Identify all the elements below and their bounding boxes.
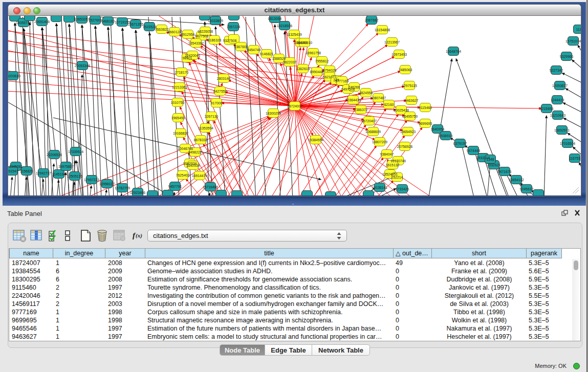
svg-text:16210643: 16210643 [550,114,565,117]
svg-text:7663822: 7663822 [155,28,169,31]
svg-text:20053346: 20053346 [75,64,90,68]
svg-text:10973493: 10973493 [391,53,407,56]
svg-text:6466160: 6466160 [101,19,115,23]
svg-text:1348: 1348 [486,158,494,161]
svg-text:16640910: 16640910 [297,41,312,45]
svg-text:9384047: 9384047 [380,152,394,156]
svg-text:10025438: 10025438 [394,108,409,112]
svg-text:12213369: 12213369 [172,85,187,89]
svg-text:12942737: 12942737 [36,171,51,175]
svg-text:20691406: 20691406 [34,20,50,24]
svg-text:12505135: 12505135 [67,174,82,178]
svg-text:1588520: 1588520 [272,57,286,60]
svg-text:22420046: 22420046 [185,54,200,57]
svg-text:26203610: 26203610 [8,74,20,78]
svg-text:8660124: 8660124 [168,30,182,34]
svg-text:18226058: 18226058 [198,30,213,33]
svg-text:3267130: 3267130 [205,115,219,118]
svg-text:19654923: 19654923 [400,130,416,134]
svg-text:17016504: 17016504 [560,142,575,145]
svg-text:8678332: 8678332 [194,138,208,142]
svg-text:3822037: 3822037 [283,60,297,64]
svg-text:7357224: 7357224 [227,25,241,29]
svg-text:10046766: 10046766 [178,147,193,150]
svg-text:9327508: 9327508 [223,39,237,42]
svg-text:9463627: 9463627 [405,99,419,102]
svg-text:11353594: 11353594 [198,126,213,130]
svg-text:6794028: 6794028 [323,69,337,72]
svg-text:9474444: 9474444 [467,149,481,152]
svg-text:252214: 252214 [391,176,403,179]
svg-text:10807487: 10807487 [371,96,386,100]
svg-text:10653267: 10653267 [74,17,90,21]
svg-text:15716485: 15716485 [203,185,218,189]
svg-text:14055714: 14055714 [16,21,31,25]
svg-text:9245612: 9245612 [520,187,534,191]
svg-text:16961758: 16961758 [306,51,321,55]
svg-text:20206536: 20206536 [47,153,62,157]
svg-text:1362615: 1362615 [296,67,310,71]
svg-text:15751074: 15751074 [565,39,581,43]
svg-text:8990448: 8990448 [310,70,324,74]
svg-text:9699695: 9699695 [419,122,432,125]
svg-text:12923466: 12923466 [130,191,145,194]
svg-text:2803144: 2803144 [217,77,231,80]
svg-text:7032621: 7032621 [487,163,501,167]
svg-text:62160: 62160 [384,103,394,106]
svg-text:16648784: 16648784 [446,50,461,53]
svg-text:18807209: 18807209 [372,140,387,144]
svg-text:3824554: 3824554 [359,91,373,95]
svg-text:10688609: 10688609 [365,130,381,134]
svg-text:9146821: 9146821 [260,52,274,56]
svg-text:18300295: 18300295 [266,112,281,115]
svg-text:8471676: 8471676 [498,170,512,173]
svg-text:17957223: 17957223 [84,178,99,182]
svg-text:746266: 746266 [349,85,360,89]
svg-text:16914479: 16914479 [192,174,207,178]
svg-text:16495759: 16495759 [402,115,418,118]
svg-text:9498222: 9498222 [188,150,202,154]
svg-text:16033809: 16033809 [208,19,223,23]
svg-text:917006: 917006 [211,101,223,105]
svg-text:111: 111 [576,28,581,31]
svg-text:6379197: 6379197 [453,142,467,145]
svg-text:15692971: 15692971 [554,128,570,132]
svg-text:19384554: 19384554 [308,138,323,142]
svg-text:116753: 116753 [569,157,580,160]
svg-text:1615132: 1615132 [386,163,400,167]
svg-text:1345061: 1345061 [9,165,23,168]
svg-text:12213967: 12213967 [384,40,400,44]
svg-text:16120746: 16120746 [390,159,406,163]
svg-text:12975115: 12975115 [402,84,417,87]
svg-text:16782759: 16782759 [115,186,130,190]
svg-text:7955812: 7955812 [315,59,329,63]
svg-text:3215958: 3215958 [540,107,554,111]
svg-text:9457791: 9457791 [168,185,182,188]
svg-text:18724007: 18724007 [287,104,302,108]
svg-text:7515524: 7515524 [143,25,157,29]
svg-text:9777169: 9777169 [335,79,349,83]
svg-text:7625402: 7625402 [176,173,190,177]
svg-text:8427552: 8427552 [213,90,227,93]
svg-text:1244419: 1244419 [551,98,564,102]
svg-text:9827503: 9827503 [195,34,209,38]
svg-text:16154808: 16154808 [375,28,390,32]
svg-text:9227342: 9227342 [550,69,563,72]
svg-text:10958107: 10958107 [99,182,115,186]
svg-text:1145194: 1145194 [52,172,66,176]
svg-text:19166827: 19166827 [173,132,188,135]
svg-text:1527602: 1527602 [89,18,102,22]
svg-text:(x): (x) [136,232,142,239]
svg-text:17339924: 17339924 [68,150,83,154]
svg-text:19218506: 19218506 [277,24,292,28]
svg-text:7386372: 7386372 [354,108,368,112]
svg-text:9115460: 9115460 [419,106,432,110]
svg-text:16543382: 16543382 [188,41,204,45]
svg-text:11325419: 11325419 [287,33,302,36]
svg-text:2087682: 2087682 [365,18,379,22]
svg-text:39975887: 39975887 [58,165,74,168]
svg-text:8912954: 8912954 [181,33,195,36]
svg-text:8186328: 8186328 [208,38,222,42]
svg-text:9329966: 9329966 [560,55,574,58]
svg-text:8813054: 8813054 [268,17,282,20]
